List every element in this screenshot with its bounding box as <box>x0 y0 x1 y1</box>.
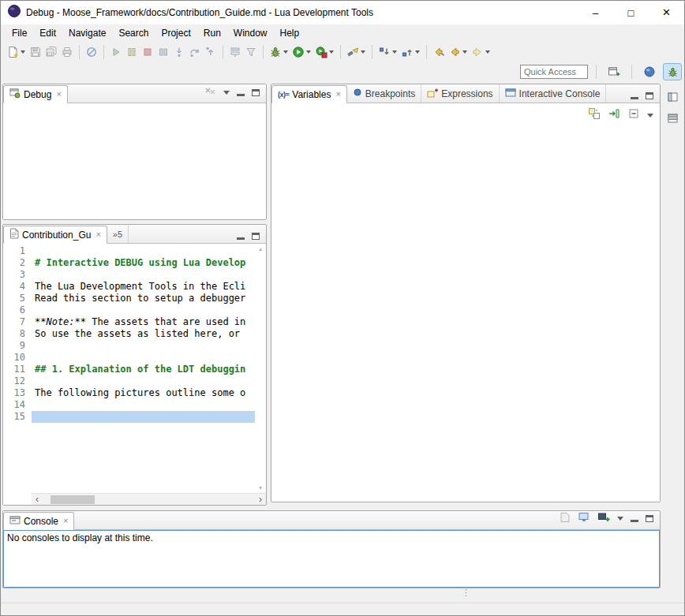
scrollbar-track[interactable] <box>43 494 255 505</box>
tab-breakpoints[interactable]: Breakpoints <box>347 84 421 103</box>
back-icon[interactable] <box>447 43 462 61</box>
open-perspective-button[interactable] <box>605 63 623 80</box>
scrollbar-thumb[interactable] <box>51 495 95 504</box>
sash-grip-handle[interactable]: ⋮ <box>462 590 470 595</box>
external-tools-dropdown-icon[interactable] <box>329 50 334 54</box>
restore-view-button-1[interactable] <box>664 88 682 106</box>
minimize-window-button[interactable]: – <box>578 1 613 24</box>
debug-icon[interactable] <box>268 43 283 61</box>
remove-all-terminated-icon[interactable] <box>204 85 216 99</box>
editor-horizontal-scrollbar[interactable]: ‹ › <box>32 493 266 505</box>
tab-editor-close-icon[interactable]: × <box>95 230 100 239</box>
menu-file[interactable]: File <box>6 26 33 40</box>
step-over-icon[interactable] <box>187 43 203 61</box>
code-line[interactable] <box>32 304 255 316</box>
print-icon[interactable] <box>59 43 75 61</box>
tab-interactive-console[interactable]: Interactive Console <box>500 84 607 103</box>
open-console-icon[interactable] <box>597 511 610 526</box>
tab-contribution-guide[interactable]: Contribution_Gu × <box>3 226 107 244</box>
minimize-view-icon[interactable] <box>237 94 245 96</box>
menu-edit[interactable]: Edit <box>33 26 62 40</box>
step-return-icon[interactable] <box>203 43 219 61</box>
code-line[interactable] <box>32 375 255 387</box>
tab-variables[interactable]: (x)= Variables × <box>271 85 347 103</box>
minimize-view-icon[interactable] <box>631 520 638 522</box>
restore-view-button-2[interactable] <box>664 110 682 127</box>
minimize-view-icon[interactable] <box>631 97 638 99</box>
forward-dropdown-icon[interactable] <box>485 50 490 54</box>
debug-perspective-button[interactable] <box>663 63 682 80</box>
step-into-icon[interactable] <box>171 43 187 61</box>
code-line-selected[interactable] <box>32 411 255 423</box>
maximize-window-button[interactable]: □ <box>613 1 649 24</box>
search-icon[interactable] <box>345 43 361 61</box>
drop-to-frame-icon[interactable] <box>227 43 243 61</box>
code-line[interactable] <box>32 399 255 411</box>
scroll-right-icon[interactable]: › <box>255 494 266 505</box>
ldt-perspective-button[interactable] <box>640 63 659 80</box>
close-window-button[interactable]: × <box>649 1 684 24</box>
terminate-icon[interactable] <box>140 43 155 61</box>
minimize-view-icon[interactable] <box>237 237 245 240</box>
maximize-view-icon[interactable] <box>252 89 260 96</box>
save-icon[interactable] <box>28 43 43 61</box>
code-line[interactable]: **Note:** The assets that are used in <box>32 316 255 328</box>
code-line[interactable]: # Interactive DEBUG using Lua Develop <box>32 257 255 269</box>
tab-expressions[interactable]: Expressions <box>421 84 499 103</box>
external-tools-icon[interactable] <box>313 43 329 61</box>
display-selected-console-icon[interactable] <box>578 511 590 526</box>
scroll-up-icon[interactable]: ▴ <box>259 245 262 252</box>
view-menu-icon[interactable] <box>647 114 653 118</box>
disconnect-icon[interactable] <box>155 43 171 61</box>
code-line[interactable] <box>32 269 255 281</box>
maximize-view-icon[interactable] <box>252 233 260 240</box>
tab-debug-close-icon[interactable]: × <box>56 90 61 99</box>
tab-console[interactable]: Console × <box>3 512 74 530</box>
code-line[interactable] <box>32 340 255 352</box>
show-logical-structure-icon[interactable] <box>588 107 601 123</box>
menu-navigate[interactable]: Navigate <box>62 26 112 40</box>
menu-project[interactable]: Project <box>155 26 197 40</box>
code-line[interactable]: The following pictures outline some o <box>32 387 255 399</box>
maximize-view-icon[interactable] <box>646 92 653 99</box>
use-step-filters-icon[interactable] <box>243 43 259 61</box>
menu-search[interactable]: Search <box>112 26 155 40</box>
back-dropdown-icon[interactable] <box>462 50 467 54</box>
tab-debug[interactable]: Debug × <box>3 85 68 103</box>
scroll-down-icon[interactable]: ▾ <box>259 484 262 491</box>
debug-dropdown-icon[interactable] <box>283 50 288 54</box>
quick-access-input[interactable] <box>520 65 588 79</box>
tab-variables-close-icon[interactable]: × <box>335 90 340 99</box>
search-dropdown-icon[interactable] <box>361 50 365 54</box>
skip-all-breakpoints-icon[interactable] <box>84 43 99 61</box>
previous-annotation-icon[interactable] <box>399 43 415 61</box>
suspend-icon[interactable] <box>124 43 140 61</box>
collapse-tree-icon[interactable] <box>627 107 640 123</box>
last-edit-location-icon[interactable] <box>431 43 447 61</box>
collapse-all-icon[interactable] <box>608 107 620 123</box>
code-line[interactable] <box>32 352 255 364</box>
resume-icon[interactable] <box>108 43 124 61</box>
code-line[interactable]: ## 1. Explanation of the LDT debuggin <box>32 364 255 375</box>
tab-console-close-icon[interactable]: × <box>63 517 68 525</box>
next-annotation-icon[interactable] <box>376 43 392 61</box>
previous-annotation-dropdown-icon[interactable] <box>415 50 420 54</box>
editor-code[interactable]: # Interactive DEBUG using Lua DevelopThe… <box>32 244 255 493</box>
view-menu-icon[interactable] <box>223 91 230 95</box>
code-line[interactable]: So use the assets as listed here, or <box>32 328 255 340</box>
new-dropdown-icon[interactable] <box>21 50 25 54</box>
forward-icon[interactable] <box>470 43 485 61</box>
menu-run[interactable]: Run <box>197 26 227 40</box>
code-line[interactable] <box>32 245 255 257</box>
menu-window[interactable]: Window <box>227 26 274 40</box>
menu-help[interactable]: Help <box>274 26 306 40</box>
save-all-icon[interactable] <box>43 43 59 61</box>
editor-overflow-tab[interactable]: »5 <box>107 225 129 243</box>
editor-vertical-scrollbar[interactable]: ▴ ▾ <box>255 244 266 493</box>
open-console-dropdown-icon[interactable] <box>617 517 623 521</box>
code-line[interactable]: Read this section to setup a debugger <box>32 293 255 304</box>
run-dropdown-icon[interactable] <box>306 50 311 54</box>
next-annotation-dropdown-icon[interactable] <box>392 50 397 54</box>
open-log-icon[interactable] <box>560 512 571 526</box>
maximize-view-icon[interactable] <box>646 515 653 522</box>
